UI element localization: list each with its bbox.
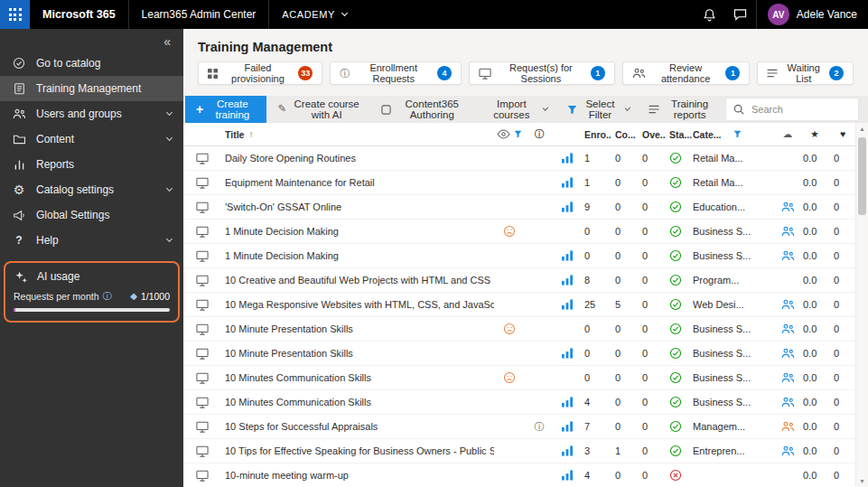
column-header-title[interactable]: Title ↑: [225, 129, 494, 140]
table-row[interactable]: Equipment Maintenance for Retail100Retai…: [183, 171, 855, 195]
likes-value: 0: [830, 372, 855, 383]
monitor-icon: [196, 177, 209, 189]
table-row[interactable]: 10 Minute Presentation Skills000Business…: [183, 342, 855, 366]
people-icon: [781, 348, 795, 359]
search-input[interactable]: [750, 103, 851, 116]
collapse-sidebar-button[interactable]: «: [163, 34, 171, 49]
table-row[interactable]: 1 Minute Decision Making000Business S...…: [183, 244, 855, 268]
scrollbar-thumb[interactable]: [858, 137, 866, 215]
sidebar-item-go-to-catalog[interactable]: Go to catalog: [0, 51, 183, 76]
table-row[interactable]: 10-minute meeting warm-up4000.00: [183, 464, 855, 487]
course-title: 'Switch-On' GSSAT Online: [225, 201, 494, 212]
create-course-with-ai-button[interactable]: ✎ Create course with AI: [268, 96, 370, 123]
scroll-up-arrow[interactable]: ▲: [859, 126, 865, 132]
column-header-overdue[interactable]: Ove...: [639, 129, 666, 140]
course-type-cell: [183, 397, 225, 408]
overdue-count: 0: [639, 421, 666, 432]
category-cell: Business S...: [693, 348, 776, 359]
column-header-likes[interactable]: ♥: [830, 129, 855, 139]
insights-cell[interactable]: [554, 275, 581, 286]
column-header-category[interactable]: Cate...: [693, 129, 776, 140]
pill-request-s-for-sessions[interactable]: Request(s) for Sessions1: [469, 61, 615, 85]
insights-cell[interactable]: [554, 201, 581, 212]
x-circle-icon: [669, 469, 682, 482]
app-title-label: Learn365 Admin Center: [142, 8, 257, 21]
pill-enrollment-requests[interactable]: ⓘEnrollment Requests4: [330, 61, 462, 85]
chevron-down-icon: [624, 105, 630, 110]
completed-count: 0: [611, 226, 639, 237]
sidebar-item-training-management[interactable]: Training Management: [0, 76, 183, 101]
search-icon: [733, 104, 744, 115]
insights-cell[interactable]: [554, 177, 581, 188]
table-row[interactable]: 10 Minute Presentation Skills000Business…: [183, 317, 855, 342]
app-title[interactable]: Learn365 Admin Center: [128, 0, 269, 29]
insights-cell[interactable]: [554, 250, 581, 261]
insights-cell[interactable]: [554, 153, 581, 164]
insights-cell[interactable]: [554, 470, 581, 481]
pill-failed-provisioning[interactable]: Failed provisioning33: [198, 61, 322, 85]
sidebar-item-catalog-settings[interactable]: ⚙Catalog settings: [0, 177, 183, 202]
chevron-down-icon: [166, 185, 173, 192]
feedback-button[interactable]: [725, 0, 756, 29]
table-row[interactable]: 1 Minute Decision Making000Business S...…: [183, 220, 855, 244]
vertical-scrollbar[interactable]: ▲ ▼: [855, 123, 868, 487]
create-training-button[interactable]: + Create training: [185, 96, 266, 123]
table-row[interactable]: Daily Store Opening Routines100Retail Ma…: [183, 146, 855, 171]
column-header-cloud[interactable]: ☁: [776, 129, 799, 139]
pill-review-attendance[interactable]: Review attendance1: [622, 61, 751, 85]
account-menu[interactable]: AV Adele Vance: [756, 0, 868, 29]
course-type-cell: [183, 201, 225, 213]
app-launcher-button[interactable]: [0, 0, 30, 29]
tenant-selector[interactable]: ACADEMY: [268, 0, 359, 29]
info-icon[interactable]: ⓘ: [103, 292, 112, 301]
completed-count: 0: [611, 421, 639, 432]
enrolled-count: 0: [581, 250, 611, 261]
mood-cell: [494, 323, 525, 335]
insights-cell[interactable]: [554, 445, 581, 456]
table-row[interactable]: 10 Steps for Successful Appraisalsⓘ700Ma…: [183, 415, 855, 439]
info-icon: ⓘ: [535, 422, 545, 432]
insights-cell[interactable]: [554, 299, 581, 310]
people-icon: [781, 372, 795, 383]
pill-waiting-list[interactable]: Waiting List2: [757, 61, 854, 85]
import-courses-button[interactable]: Import courses: [478, 96, 556, 123]
rating-value: 0.0: [799, 226, 830, 237]
content365-authoring-button[interactable]: Content365 Authoring: [372, 96, 476, 123]
course-title: 1 Minute Decision Making: [225, 226, 494, 237]
select-filter-button[interactable]: Select Filter: [558, 96, 638, 123]
table-row[interactable]: 10 Minutes Communication Skills400Busine…: [183, 390, 855, 415]
monitor-icon: [196, 372, 209, 384]
table-row[interactable]: 10 Tips for Effective Speaking for Busin…: [183, 439, 855, 464]
column-header-enrolled[interactable]: Enro...: [581, 129, 611, 140]
insights-cell[interactable]: [554, 421, 581, 432]
table-row[interactable]: 10 Creative and Beautiful Web Projects w…: [183, 268, 855, 293]
training-reports-button[interactable]: Training reports: [639, 96, 723, 123]
insights-cell[interactable]: [554, 348, 581, 359]
ai-requests-label: Requests per month: [14, 291, 99, 302]
insights-cell[interactable]: [554, 397, 581, 407]
sidebar-item-help[interactable]: ?Help: [0, 228, 183, 253]
table-row[interactable]: 'Switch-On' GSSAT Online900Education...0…: [183, 195, 855, 220]
column-header-visibility[interactable]: [494, 129, 525, 139]
overdue-count: 0: [639, 275, 666, 286]
reports-icon: [12, 159, 26, 170]
column-header-rating[interactable]: ★: [799, 129, 830, 139]
ai-usage-progress-bar: [14, 308, 170, 312]
sidebar-item-global-settings[interactable]: Global Settings: [0, 202, 183, 228]
sidebar-item-reports[interactable]: Reports: [0, 152, 183, 177]
check-circle-icon: [669, 176, 682, 189]
table-row[interactable]: 10 Mega Responsive Websites with HTML, C…: [183, 293, 855, 317]
course-type-cell: [183, 153, 225, 164]
table-row[interactable]: 10 Minutes Communication Skills000Busine…: [183, 366, 855, 390]
sidebar-item-users-and-groups[interactable]: Users and groups: [0, 101, 183, 126]
column-header-status[interactable]: Sta...: [666, 129, 693, 140]
sidebar-item-content[interactable]: Content: [0, 126, 183, 152]
group-cell: [776, 250, 799, 261]
notifications-button[interactable]: [695, 0, 725, 29]
column-header-info[interactable]: ⓘ: [525, 129, 554, 139]
scroll-down-arrow[interactable]: ▼: [859, 478, 865, 484]
enrolled-count: 8: [581, 275, 611, 286]
product-name[interactable]: Microsoft 365: [30, 0, 128, 29]
column-header-completed[interactable]: Co...: [611, 129, 639, 140]
group-cell: [776, 397, 799, 407]
